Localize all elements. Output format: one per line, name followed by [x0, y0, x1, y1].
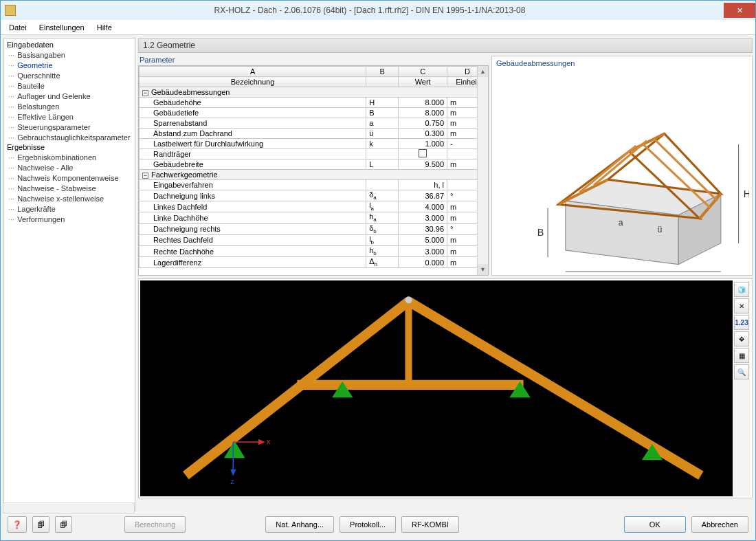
ok-button[interactable]: OK: [624, 516, 686, 533]
table-row: GebäudebreiteL9.500m: [140, 159, 488, 170]
preview-title: Gebäudeabmessungen: [492, 56, 752, 70]
table-row: Randträger: [140, 149, 488, 159]
table-row: GebäudehöheH8.000m: [140, 98, 488, 108]
table-row: LagerdifferenzΔh0.000m: [140, 257, 488, 268]
vp-tool-1[interactable]: 🧊: [734, 282, 749, 297]
scroll-down-icon[interactable]: ▼: [478, 264, 488, 275]
berechnung-button[interactable]: Berechnung: [124, 516, 186, 533]
tree-item-nachweis-komp[interactable]: ···Nachweis Komponentenweise: [4, 173, 135, 183]
close-icon: ✕: [737, 6, 743, 15]
svg-text:a: a: [619, 218, 623, 228]
svg-text:z: z: [230, 477, 234, 485]
help-button[interactable]: ❓: [8, 516, 27, 533]
tree-item-lagerkraefte[interactable]: ···Lagerkräfte: [4, 203, 135, 214]
toolbar-btn-1[interactable]: 🗐: [32, 516, 49, 533]
abbrechen-button[interactable]: Abbrechen: [691, 516, 748, 533]
tree-item-nachweise-stab[interactable]: ···Nachweise - Stabweise: [4, 183, 135, 193]
menu-hilfe[interactable]: Hilfe: [91, 22, 118, 33]
collapse-icon[interactable]: −: [142, 173, 148, 179]
table-row: Linke Dachhöheha3.000m: [140, 212, 488, 223]
section-header: 1.2 Geometrie: [138, 38, 753, 53]
tree-item-basisangaben[interactable]: ···Basisangaben: [4, 49, 135, 60]
footer-bar: ❓ 🗐 🗐 Berechnung Nat. Anhang... Protokol…: [3, 511, 753, 538]
vp-tool-5[interactable]: ▦: [734, 348, 749, 363]
tree-section-ergebnisse[interactable]: Ergebnisse: [4, 142, 135, 152]
tree-section-eingabedaten[interactable]: Eingabedaten: [4, 40, 135, 49]
titlebar[interactable]: RX-HOLZ - Dach - 2.06.1076 (64bit) - [Da…: [1, 1, 755, 20]
col-bezeichnung: Bezeichnung: [140, 77, 366, 87]
svg-text:ü: ü: [657, 225, 662, 234]
tree-item-querschnitte[interactable]: ···Querschnitte: [4, 70, 135, 80]
svg-line-9: [594, 141, 647, 186]
scroll-up-icon[interactable]: ▲: [478, 66, 488, 77]
table-row: Dachneigung rechtsδb30.96°: [140, 223, 488, 234]
tree-item-auflager[interactable]: ···Auflager und Gelenke: [4, 91, 135, 101]
col-wert: Wert: [399, 77, 447, 87]
viewport-toolbar: 🧊 ✕ 1.23 ✥ ▦ 🔍: [733, 280, 751, 496]
collapse-icon[interactable]: −: [142, 90, 148, 96]
table-row: Abstand zum Dachrandü0.300m: [140, 129, 488, 139]
app-icon: [5, 5, 16, 16]
tree-item-nachweise-alle[interactable]: ···Nachweise - Alle: [4, 162, 135, 173]
table-row: Eingabeverfahrenh, l: [140, 180, 488, 190]
vp-tool-6[interactable]: 🔍: [734, 364, 749, 379]
menu-datei[interactable]: Datei: [3, 22, 32, 33]
table-row: GebäudetiefeB8.000m: [140, 108, 488, 118]
model-viewport[interactable]: x z: [140, 280, 733, 496]
rf-kombi-button[interactable]: RF-KOMBI: [401, 516, 459, 533]
col-a[interactable]: A: [140, 67, 366, 77]
window-title: RX-HOLZ - Dach - 2.06.1076 (64bit) - [Da…: [16, 5, 724, 15]
vp-tool-4[interactable]: ✥: [734, 331, 749, 346]
tree-hscroll[interactable]: [3, 503, 135, 511]
col-c[interactable]: C: [399, 67, 447, 77]
tree-item-ergebnis[interactable]: ···Ergebniskombinationen: [4, 152, 135, 162]
table-row: Linkes Dachfeldla4.000m: [140, 201, 488, 212]
col-b[interactable]: B: [366, 67, 399, 77]
protokoll-button[interactable]: Protokoll...: [340, 516, 396, 533]
menu-einstellungen[interactable]: Einstellungen: [34, 22, 90, 33]
randtraeger-checkbox: [419, 149, 427, 157]
tree-item-nachweise-x[interactable]: ···Nachweise x-stellenweise: [4, 193, 135, 203]
svg-text:H: H: [744, 188, 749, 199]
vp-tool-2[interactable]: ✕: [734, 298, 749, 313]
parameter-grid[interactable]: A B C D Bezeichnung Wert Einheit: [138, 65, 489, 276]
preview-canvas: H L B a ü: [495, 73, 749, 272]
grid-vscroll[interactable]: ▲ ▼: [477, 66, 488, 275]
tree-item-steuerung[interactable]: ···Steuerungsparameter: [4, 122, 135, 132]
tree-item-geometrie[interactable]: ···Geometrie: [4, 60, 135, 70]
tree-item-gebrauchs[interactable]: ···Gebrauchstauglichkeitsparameter: [4, 132, 135, 142]
tree-item-effektive[interactable]: ···Effektive Längen: [4, 111, 135, 122]
toolbar-btn-2[interactable]: 🗐: [55, 516, 72, 533]
parameter-label: Parameter: [138, 56, 489, 65]
tree-item-bauteile[interactable]: ···Bauteile: [4, 80, 135, 91]
close-button[interactable]: ✕: [724, 3, 755, 18]
tree-item-verformungen[interactable]: ···Verformungen: [4, 214, 135, 224]
nat-anhang-button[interactable]: Nat. Anhang...: [265, 516, 334, 533]
nav-tree: Eingabedaten ···Basisangaben ···Geometri…: [3, 38, 135, 511]
table-row: Dachneigung linksδa36.87°: [140, 190, 488, 201]
vp-tool-3[interactable]: 1.23: [734, 315, 749, 330]
svg-text:x: x: [267, 437, 271, 445]
svg-point-29: [405, 296, 412, 303]
menubar: Datei Einstellungen Hilfe: [1, 20, 755, 35]
table-row: Rechte Dachhöhehb3.000m: [140, 245, 488, 256]
table-row: Lastbeiwert für Durchlaufwirkungk1.000-: [140, 139, 488, 149]
table-row: Rechtes Dachfeldlb5.000m: [140, 234, 488, 245]
table-row: Sparrenabstanda0.750m: [140, 118, 488, 129]
preview-panel: Gebäudeabmessungen: [491, 56, 753, 276]
svg-text:B: B: [537, 228, 544, 239]
tree-item-belastungen[interactable]: ···Belastungen: [4, 101, 135, 111]
